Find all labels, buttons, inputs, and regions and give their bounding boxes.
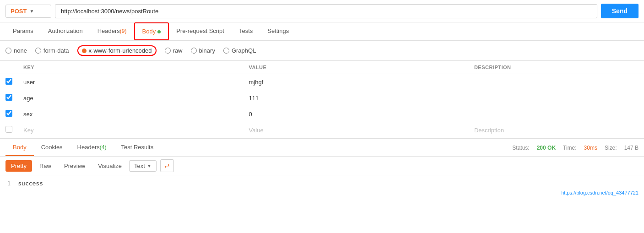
row-1-key[interactable]: user [18, 74, 243, 90]
response-tab-test-results[interactable]: Test Results [114, 139, 161, 156]
radio-graphql[interactable]: GraphQL [223, 47, 256, 54]
row-2-desc [469, 90, 644, 106]
tab-headers[interactable]: Headers(9) [90, 23, 134, 40]
response-status-bar: Status: 200 OK Time: 30ms Size: 147 B [507, 145, 644, 151]
row-placeholder-desc: Description [469, 122, 644, 138]
params-table-container: KEY VALUE DESCRIPTION user mjhgf age 111 [0, 61, 644, 138]
row-3-key[interactable]: sex [18, 106, 243, 122]
table-row-placeholder: Key Value Description [0, 122, 644, 138]
url-input[interactable] [55, 4, 597, 18]
row-placeholder-key[interactable]: Key [18, 122, 243, 138]
method-select[interactable]: POST ▼ [5, 5, 51, 18]
table-row: sex 0 [0, 106, 644, 122]
line-number-1: 1 [7, 180, 11, 187]
method-dropdown-icon: ▼ [29, 9, 34, 14]
format-select-label: Text [134, 163, 145, 169]
tab-params[interactable]: Params [5, 23, 41, 40]
format-select[interactable]: Text ▼ [129, 160, 157, 172]
tab-authorization[interactable]: Authorization [41, 23, 90, 40]
col-header-value: VALUE [243, 61, 468, 74]
format-btn-raw[interactable]: Raw [34, 160, 57, 172]
format-wrap-icon[interactable]: ⇄ [160, 159, 174, 172]
response-tabs-row: Body Cookies Headers(4) Test Results [0, 139, 507, 156]
format-btn-pretty[interactable]: Pretty [5, 160, 32, 172]
radio-none[interactable]: none [5, 47, 27, 54]
response-body-wrapper: 1 success https://blog.csdn.net/qq_43477… [0, 175, 644, 198]
row-1-value[interactable]: mjhgf [243, 74, 468, 90]
format-select-chevron-icon: ▼ [147, 163, 152, 168]
format-bar: Pretty Raw Preview Visualize Text ▼ ⇄ [0, 157, 644, 175]
table-row: age 111 [0, 90, 644, 106]
tab-body-wrapper: Body [134, 22, 169, 40]
radio-raw[interactable]: raw [165, 47, 183, 54]
row-1-desc [469, 74, 644, 90]
response-content: success [18, 180, 43, 187]
body-active-dot [157, 30, 161, 33]
tab-settings[interactable]: Settings [260, 23, 296, 40]
time-value: 30ms [584, 145, 597, 151]
response-tab-headers[interactable]: Headers(4) [70, 139, 114, 156]
request-tabs-row: Params Authorization Headers(9) Body Pre… [0, 22, 644, 41]
row-3-desc [469, 106, 644, 122]
top-bar: POST ▼ Send [0, 0, 644, 22]
response-body: 1 success [0, 175, 644, 198]
row-2-checkbox[interactable] [5, 94, 12, 101]
row-1-checkbox[interactable] [5, 78, 12, 85]
radio-binary[interactable]: binary [191, 47, 215, 54]
row-placeholder-value[interactable]: Value [243, 122, 468, 138]
col-header-description: DESCRIPTION [469, 61, 644, 74]
row-3-checkbox[interactable] [5, 110, 12, 117]
radio-form-data[interactable]: form-data [35, 47, 69, 54]
x-www-dot [82, 49, 87, 53]
format-btn-preview[interactable]: Preview [59, 160, 91, 172]
response-link[interactable]: https://blog.csdn.net/qq_43477721 [561, 190, 639, 195]
size-label: Size: [605, 145, 617, 151]
tab-pre-request[interactable]: Pre-request Script [169, 23, 232, 40]
radio-x-www[interactable]: x-www-form-urlencoded [82, 47, 152, 54]
size-value: 147 B [624, 145, 639, 151]
method-label: POST [11, 8, 27, 15]
row-2-key[interactable]: age [18, 90, 243, 106]
response-line-1: 1 success [7, 180, 637, 187]
response-tab-body[interactable]: Body [5, 139, 34, 156]
status-value: 200 OK [537, 145, 556, 151]
time-label: Time: [563, 145, 577, 151]
format-btn-visualize[interactable]: Visualize [92, 160, 127, 172]
col-header-key: KEY [18, 61, 243, 74]
tab-tests[interactable]: Tests [232, 23, 260, 40]
response-tabs-status-row: Body Cookies Headers(4) Test Results Sta… [0, 139, 644, 157]
response-tab-cookies[interactable]: Cookies [34, 139, 70, 156]
send-button[interactable]: Send [601, 4, 639, 18]
row-placeholder-checkbox[interactable] [5, 126, 12, 133]
body-type-row: none form-data x-www-form-urlencoded raw… [0, 41, 644, 61]
row-2-value[interactable]: 111 [243, 90, 468, 106]
col-header-checkbox [0, 61, 18, 74]
row-3-value[interactable]: 0 [243, 106, 468, 122]
tab-body[interactable]: Body [135, 23, 168, 39]
table-row: user mjhgf [0, 74, 644, 90]
status-label: Status: [512, 145, 529, 151]
response-section: Body Cookies Headers(4) Test Results Sta… [0, 138, 644, 198]
radio-x-www-wrapper: x-www-form-urlencoded [77, 45, 157, 56]
